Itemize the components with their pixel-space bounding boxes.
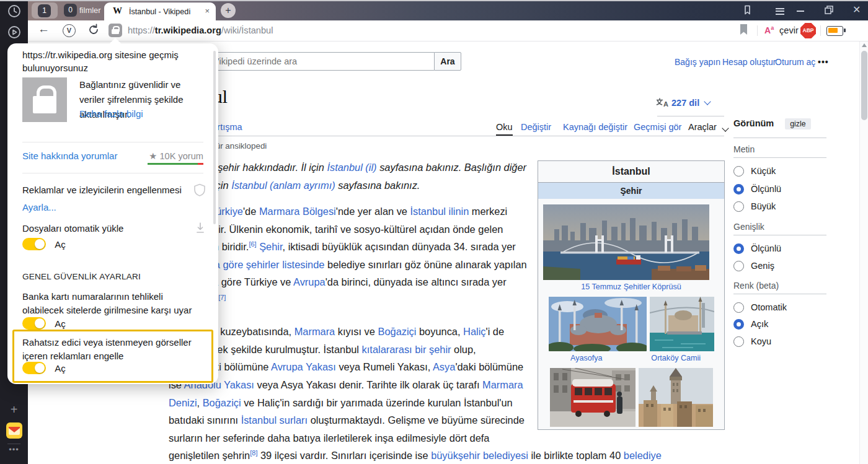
tab-history[interactable]: Geçmişi gör — [634, 122, 681, 132]
block-images-toggle[interactable] — [22, 362, 46, 374]
bookmark-flag-icon[interactable] — [738, 24, 749, 35]
adblock-plus-icon[interactable]: ABP — [800, 23, 816, 38]
header-more-icon[interactable]: ••• — [818, 57, 829, 67]
tab-group-badge[interactable]: 0 — [64, 4, 77, 17]
reviews-count[interactable]: ★ 10K yorum — [149, 151, 203, 161]
infobox-image-ayasofya[interactable] — [549, 297, 647, 351]
window-close-icon[interactable]: ✕ — [852, 4, 861, 15]
radio-icon[interactable] — [733, 201, 744, 212]
battery-saver-icon[interactable] — [826, 26, 843, 36]
menu-hamburger-icon[interactable] — [776, 6, 784, 16]
radio-option-small[interactable]: Küçük — [733, 165, 776, 178]
reference-link[interactable]: [7] — [218, 293, 226, 300]
appearance-hide-button[interactable]: gizle — [785, 118, 810, 129]
radio-option-standard-text[interactable]: Ölçünlü — [733, 183, 781, 196]
create-account-link[interactable]: Hesap oluştur — [722, 57, 776, 67]
card-warning-toggle[interactable] — [22, 317, 46, 330]
more-info-link[interactable]: Daha fazla bilgi — [79, 108, 203, 119]
rail-add-icon[interactable]: + — [0, 403, 28, 417]
reference-link[interactable]: [8] — [250, 449, 257, 457]
radio-selected-icon[interactable] — [733, 243, 744, 254]
refresh-icon[interactable] — [87, 24, 100, 36]
article-link[interactable]: kıtalararası bir şehir — [362, 344, 451, 355]
window-minimize-icon[interactable] — [797, 11, 804, 12]
infobox-image-ortakoy[interactable] — [650, 297, 714, 351]
ads-blocking-label: Reklamlar ve izleyicilerin engellenmesi — [22, 185, 190, 195]
new-tab-button[interactable]: + — [221, 3, 236, 18]
scrollbar-up-icon[interactable] — [862, 43, 867, 47]
caption-ortakoy[interactable]: Ortaköy Camii — [633, 351, 720, 368]
radio-icon[interactable] — [733, 336, 744, 347]
article-text: 'nde yer alan ve — [336, 206, 410, 217]
infobox-image-bosphorus-bridge[interactable] — [543, 204, 709, 280]
search-input[interactable] — [192, 52, 434, 71]
tab-read[interactable]: Oku — [496, 122, 513, 132]
language-selector[interactable]: A 227 dil — [656, 98, 710, 108]
article-link[interactable]: Asya — [433, 361, 455, 372]
scrollbar-thumb[interactable] — [861, 51, 867, 120]
history-clock-icon[interactable] — [0, 4, 28, 19]
article-link[interactable]: İstanbul (il) — [327, 162, 376, 173]
autoload-toggle[interactable] — [22, 238, 46, 250]
active-tab[interactable]: W İstanbul - Vikipedi × — [104, 2, 216, 20]
popup-scrollbar[interactable] — [213, 51, 216, 224]
login-link[interactable]: Oturum aç — [775, 57, 815, 67]
donate-link[interactable]: Bağış yapın — [675, 57, 720, 67]
radio-selected-icon[interactable] — [733, 319, 744, 330]
radio-option-standard-width[interactable]: Ölçünlü — [733, 243, 781, 255]
tab-group-label[interactable]: filmler — [79, 6, 101, 15]
article-link[interactable]: Avrupa Yakası — [271, 361, 336, 372]
article-link[interactable]: Şehir — [259, 241, 282, 252]
page-scrollbar[interactable] — [859, 41, 868, 464]
bookmarks-panel-icon[interactable] — [742, 4, 754, 16]
article-link[interactable]: Boğaziçi — [378, 326, 416, 337]
translate-icon[interactable]: Aа — [764, 25, 774, 36]
site-lock-icon[interactable] — [108, 24, 122, 37]
radio-icon[interactable] — [733, 302, 744, 313]
rail-more-icon[interactable]: ••• — [0, 445, 28, 454]
article-link[interactable]: Marmara Bölgesi — [259, 206, 336, 217]
window-restore-icon[interactable] — [825, 6, 833, 14]
history-note: https://tr.wikipedia.org sitesine geçmiş… — [22, 48, 203, 74]
article-link[interactable]: İstanbul surları — [241, 414, 308, 426]
tab-close-icon[interactable]: × — [205, 6, 210, 15]
article-link[interactable]: belediye — [624, 450, 662, 461]
article-link[interactable]: İstanbul (anlam ayrımı) — [231, 180, 335, 191]
reference-link[interactable]: [6] — [249, 240, 256, 248]
caption-bridge[interactable]: 15 Temmuz Şehitler Köprüsü — [543, 280, 719, 297]
star-icon: ★ — [149, 151, 157, 161]
article-link[interactable]: İstanbul ilinin — [410, 206, 469, 217]
yandex-button-icon[interactable]: V — [63, 24, 76, 37]
radio-selected-icon[interactable] — [733, 184, 744, 195]
caption-ayasofya[interactable]: Ayasofya — [543, 351, 630, 368]
section-width-label: Genişlik — [733, 222, 764, 232]
address-bar[interactable]: https://tr.wikipedia.org/wiki/İstanbul — [128, 25, 273, 35]
tab-edit-source[interactable]: Kaynağı değiştir — [563, 122, 627, 132]
infobox-image-galata[interactable] — [639, 368, 713, 427]
article-link[interactable]: büyükşehir belediyesi — [431, 450, 528, 461]
yandex-mail-icon[interactable] — [0, 422, 28, 439]
radio-option-automatic[interactable]: Otomatik — [733, 302, 787, 314]
back-icon[interactable]: ← — [38, 22, 50, 36]
radio-option-dark[interactable]: Koyu — [733, 336, 771, 348]
radio-option-light[interactable]: Açık — [733, 318, 768, 331]
article-link[interactable]: Avrupa — [293, 276, 326, 287]
tab-tools[interactable]: Araçlar — [688, 122, 717, 132]
radio-option-wide[interactable]: Geniş — [733, 260, 774, 273]
site-info-popup: https://tr.wikipedia.org sitesine geçmiş… — [7, 43, 218, 384]
sidebar-play-icon[interactable] — [0, 25, 28, 40]
search-button[interactable]: Ara — [434, 52, 461, 71]
article-link[interactable]: Marmara — [294, 326, 335, 337]
tab-edit[interactable]: Değiştir — [521, 122, 551, 132]
article-link[interactable]: Boğaziçi — [203, 397, 241, 408]
radio-icon[interactable] — [733, 261, 744, 271]
radio-icon[interactable] — [733, 166, 744, 177]
ads-configure-link[interactable]: Ayarla... — [22, 202, 203, 212]
tools-chevron-icon[interactable] — [722, 125, 728, 131]
infobox-image-tram[interactable] — [550, 368, 636, 427]
site-reviews-link[interactable]: Site hakkında yorumlar — [22, 151, 117, 161]
tab-group-active-chip[interactable]: 1 — [32, 2, 58, 19]
translate-button[interactable]: çevir — [779, 25, 799, 35]
radio-option-large[interactable]: Büyük — [733, 201, 776, 213]
article-link[interactable]: Haliç — [463, 326, 485, 337]
